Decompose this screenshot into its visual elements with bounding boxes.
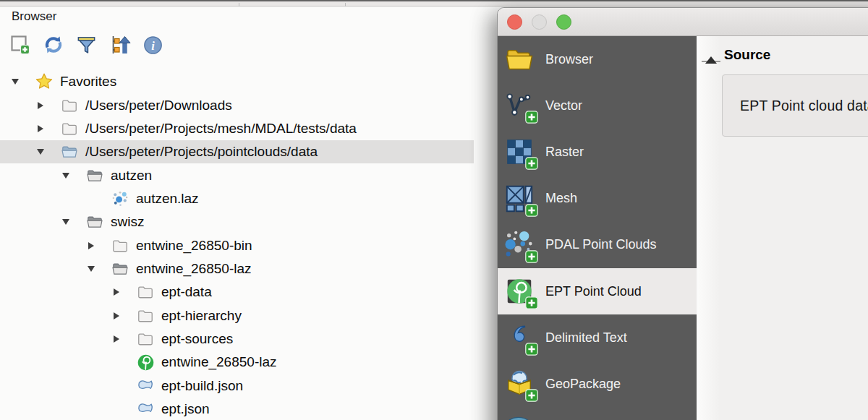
sidebar-item-label: PDAL Point Clouds bbox=[545, 237, 656, 252]
add-plus-badge-icon bbox=[525, 250, 538, 263]
tree-row-favorites[interactable]: Favorites bbox=[0, 70, 474, 93]
browser-tree: Favorites/Users/peter/Downloads/Users/pe… bbox=[0, 70, 474, 420]
tree-row-entwine-26850-bin[interactable]: entwine_26850-bin bbox=[0, 233, 474, 257]
tree-item-label: entwine_26850-laz bbox=[136, 261, 252, 277]
collapse-all-button[interactable] bbox=[109, 35, 131, 57]
browser-panel-title: Browser bbox=[12, 9, 56, 24]
tree-item-label: entwine_26850-bin bbox=[136, 238, 252, 254]
sb-browser-icon bbox=[503, 43, 536, 76]
sidebar-item-label: Delimited Text bbox=[545, 330, 627, 346]
folder-icon bbox=[111, 236, 129, 255]
scroll-up-button[interactable] bbox=[702, 45, 720, 62]
tree-item-label: swisz bbox=[111, 214, 144, 230]
tb-collapse-icon bbox=[109, 34, 131, 58]
sidebar-item-browser[interactable]: Browser bbox=[498, 36, 697, 82]
source-value-label: EPT Point cloud dataset bbox=[740, 98, 868, 114]
chevron-right-icon[interactable] bbox=[88, 242, 94, 249]
zoom-button[interactable] bbox=[556, 14, 571, 30]
add-plus-badge-icon bbox=[525, 343, 538, 356]
source-groupbox: EPT Point cloud dataset bbox=[722, 74, 868, 137]
tree-row-autzen[interactable]: autzen bbox=[0, 163, 474, 187]
filter-browser-button[interactable] bbox=[75, 35, 98, 57]
chevron-down-icon[interactable] bbox=[37, 149, 44, 155]
tree-row-ept-build-json[interactable]: ept-build.json bbox=[0, 374, 474, 397]
pointcloud-icon bbox=[111, 189, 129, 208]
sidebar-item-label: EPT Point Cloud bbox=[545, 284, 642, 299]
sidebar-item-vector[interactable]: Vector bbox=[498, 82, 697, 129]
folder-icon bbox=[136, 330, 155, 348]
tb-add-favorite-icon bbox=[9, 34, 31, 58]
chevron-down-icon[interactable] bbox=[62, 173, 69, 179]
tree-row-autzen-laz[interactable]: autzen.laz bbox=[0, 187, 474, 210]
tree-row-users-peter-projects-mesh-mdal-tests-data[interactable]: /Users/peter/Projects/mesh/MDAL/tests/da… bbox=[0, 117, 474, 140]
add-favorite-button[interactable] bbox=[9, 35, 31, 57]
sidebar-item-geopackage[interactable]: GeoPackage bbox=[498, 361, 697, 407]
tree-item-label: entwine_26850-laz bbox=[161, 354, 277, 370]
sidebar-item-label: Raster bbox=[545, 145, 584, 160]
tree-row-swisz[interactable]: swisz bbox=[0, 210, 474, 233]
traffic-lights bbox=[507, 14, 571, 30]
sidebar-item-raster[interactable]: Raster bbox=[498, 129, 697, 175]
sidebar-item-delimited-text[interactable]: Delimited Text bbox=[498, 314, 697, 361]
folder-icon bbox=[60, 119, 79, 138]
geometry-icon bbox=[136, 400, 155, 419]
tree-item-label: ept-data bbox=[161, 284, 212, 300]
tree-item-label: Favorites bbox=[60, 74, 116, 90]
tree-item-label: /Users/peter/Projects/pointclouds/data bbox=[85, 144, 318, 160]
tb-refresh-icon bbox=[43, 34, 64, 58]
chevron-right-icon[interactable] bbox=[38, 102, 43, 109]
chevron-right-icon[interactable] bbox=[38, 125, 43, 132]
data-source-manager-dialog: BrowserVectorRasterMeshPDAL Point Clouds… bbox=[497, 7, 868, 420]
chevron-right-icon[interactable] bbox=[114, 335, 119, 343]
provider-sidebar: BrowserVectorRasterMeshPDAL Point Clouds… bbox=[498, 36, 697, 420]
sidebar-item-label: Mesh bbox=[545, 191, 577, 206]
tree-row-users-peter-projects-pointclouds-data[interactable]: /Users/peter/Projects/pointclouds/data bbox=[0, 140, 474, 163]
tree-row-entwine-26850-laz[interactable]: entwine_26850-laz bbox=[0, 257, 474, 280]
close-button[interactable] bbox=[507, 14, 522, 30]
sidebar-item-label: Vector bbox=[545, 98, 582, 113]
dialog-titlebar[interactable] bbox=[498, 8, 868, 36]
sidebar-item-partial[interactable] bbox=[498, 408, 697, 420]
entwine-icon bbox=[136, 353, 155, 372]
properties-button[interactable]: i bbox=[142, 35, 164, 57]
minimize-button[interactable] bbox=[532, 14, 547, 30]
tree-row-ept-hierarchy[interactable]: ept-hierarchy bbox=[0, 304, 474, 327]
svg-text:i: i bbox=[151, 38, 155, 52]
sidebar-item-pdal-point-clouds[interactable]: PDAL Point Clouds bbox=[498, 222, 697, 268]
sb-partial-icon bbox=[503, 414, 536, 420]
chevron-down-icon[interactable] bbox=[12, 79, 19, 85]
chevron-right-icon[interactable] bbox=[114, 312, 119, 320]
folder-icon bbox=[136, 307, 155, 325]
refresh-button[interactable] bbox=[42, 35, 64, 57]
add-plus-badge-icon bbox=[525, 157, 538, 170]
tree-row-entwine-26850-laz[interactable]: entwine_26850-laz bbox=[0, 351, 474, 374]
folder-icon bbox=[60, 96, 79, 115]
tree-row-ept-data[interactable]: ept-data bbox=[0, 280, 474, 304]
tree-item-label: /Users/peter/Downloads bbox=[85, 98, 232, 113]
scroll-up-icon bbox=[705, 46, 717, 64]
sb-ept-icon bbox=[503, 275, 536, 308]
tree-row-ept-json[interactable]: ept.json bbox=[0, 398, 474, 420]
tree-row-ept-sources[interactable]: ept-sources bbox=[0, 327, 474, 351]
chevron-right-icon[interactable] bbox=[114, 288, 119, 296]
add-plus-badge-icon bbox=[525, 389, 538, 402]
sb-raster-icon bbox=[503, 135, 536, 168]
source-section-header: Source bbox=[724, 47, 770, 63]
folder-open-blue-icon bbox=[60, 142, 79, 161]
tree-item-label: autzen.laz bbox=[136, 191, 199, 207]
add-plus-badge-icon bbox=[525, 111, 538, 124]
dialog-content: Source EPT Point cloud dataset bbox=[697, 36, 868, 420]
add-plus-badge-icon bbox=[525, 296, 538, 309]
folder-open-icon bbox=[111, 260, 129, 278]
sidebar-item-ept-point-cloud[interactable]: EPT Point Cloud bbox=[498, 268, 697, 314]
tb-filter-icon bbox=[76, 35, 97, 58]
sb-mesh-icon bbox=[503, 182, 536, 215]
chevron-down-icon[interactable] bbox=[62, 219, 69, 225]
sb-geopackage-icon bbox=[503, 367, 536, 400]
tree-row-users-peter-downloads[interactable]: /Users/peter/Downloads bbox=[0, 93, 474, 116]
sb-pdal-icon bbox=[503, 228, 536, 262]
tree-item-label: ept-build.json bbox=[161, 378, 243, 394]
sb-delimited-icon bbox=[503, 321, 536, 354]
sidebar-item-mesh[interactable]: Mesh bbox=[498, 176, 697, 222]
chevron-down-icon[interactable] bbox=[88, 266, 95, 272]
